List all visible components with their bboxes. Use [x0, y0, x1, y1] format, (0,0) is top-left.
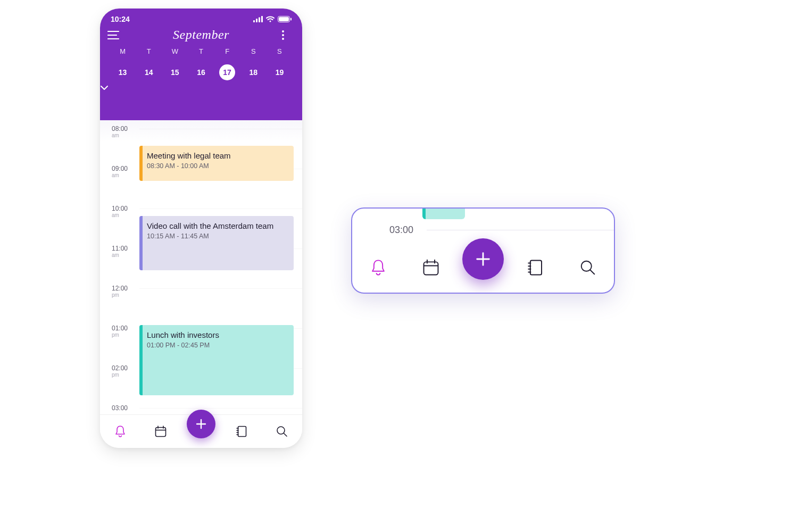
svg-point-38 [581, 261, 592, 271]
svg-rect-1 [256, 19, 257, 22]
cellular-icon [253, 16, 263, 22]
day-cell[interactable]: 13 [110, 64, 136, 81]
svg-rect-20 [238, 427, 246, 437]
detail-time-label: 03:00 [389, 225, 413, 236]
detail-tab-notes[interactable] [527, 259, 544, 277]
status-bar: 10:24 [100, 9, 302, 26]
wifi-icon [266, 16, 275, 22]
day-cell-today[interactable]: 17 [219, 64, 235, 80]
event-color-stripe [139, 216, 143, 270]
event-color-stripe [139, 146, 143, 181]
detail-event-fragment [422, 209, 465, 219]
phone-frame: 10:24 September [100, 9, 302, 448]
event-time: 01:00 PM - 02:45 PM [147, 342, 286, 349]
add-event-button[interactable] [187, 410, 215, 438]
hour-line [139, 408, 302, 409]
svg-point-11 [282, 30, 284, 32]
detail-tab-notifications[interactable] [370, 259, 386, 277]
weekday-cell: T [188, 47, 214, 55]
day-cell[interactable]: 19 [267, 64, 293, 81]
weekday-cell: T [136, 47, 162, 55]
hour-line [139, 129, 302, 129]
svg-rect-0 [253, 20, 255, 22]
event-title: Video call with the Amsterdam team [147, 221, 286, 230]
tab-calendar[interactable] [154, 425, 167, 438]
event-title: Lunch with investors [147, 330, 286, 339]
hour-line [139, 209, 302, 209]
time-slot-label: 09:00am [112, 165, 128, 178]
menu-icon[interactable] [107, 30, 120, 40]
agenda-timeline[interactable]: 08:00am09:00am10:00am11:00am12:00pm01:00… [100, 120, 302, 433]
status-icons [253, 16, 292, 22]
day-cell[interactable]: 14 [136, 64, 162, 81]
status-time: 10:24 [111, 15, 130, 23]
calendar-event[interactable]: Video call with the Amsterdam team10:15 … [139, 216, 294, 270]
weekday-cell: F [214, 47, 240, 55]
svg-point-4 [270, 21, 271, 22]
detail-tab-search[interactable] [580, 260, 596, 276]
expand-week-button[interactable] [100, 85, 302, 90]
calendar-event[interactable]: Lunch with investors01:00 PM - 02:45 PM [139, 325, 294, 395]
calendar-event[interactable]: Meeting with legal team08:30 AM - 10:00 … [139, 146, 294, 181]
time-slot-label: 10:00am [112, 205, 128, 218]
time-slot-label: 01:00pm [112, 325, 128, 338]
battery-icon [278, 16, 292, 22]
tab-bar [100, 414, 302, 448]
svg-rect-27 [423, 262, 438, 275]
svg-line-26 [284, 434, 287, 437]
tab-search[interactable] [276, 426, 288, 437]
weekday-cell: S [240, 47, 267, 55]
time-slot-label: 02:00pm [112, 365, 128, 378]
weekday-cell: M [110, 47, 136, 55]
time-slot-label: 08:00am [112, 126, 128, 138]
tab-notifications[interactable] [114, 425, 126, 438]
day-cell[interactable]: 18 [240, 64, 267, 81]
tab-notes[interactable] [236, 425, 247, 438]
hour-line [139, 288, 302, 289]
svg-point-13 [282, 38, 284, 40]
event-time: 08:30 AM - 10:00 AM [147, 162, 286, 170]
weekday-cell: W [162, 47, 188, 55]
svg-rect-14 [156, 428, 166, 437]
svg-rect-33 [530, 261, 542, 275]
time-slot-label: 11:00am [112, 245, 128, 258]
month-title: September [173, 28, 229, 42]
weekday-row: MTWTFSS [100, 47, 302, 55]
day-cell[interactable]: 17 [214, 64, 240, 81]
calendar-header: 10:24 September [100, 9, 302, 120]
event-title: Meeting with legal team [147, 151, 286, 160]
event-color-stripe [139, 325, 143, 395]
day-cell[interactable]: 16 [188, 64, 214, 81]
event-time: 10:15 AM - 11:45 AM [147, 232, 286, 240]
weekday-cell: S [267, 47, 293, 55]
day-cell[interactable]: 15 [162, 64, 188, 81]
svg-point-12 [282, 34, 284, 36]
svg-rect-2 [259, 18, 260, 23]
day-row[interactable]: 13141516171819 [100, 64, 302, 81]
more-icon[interactable] [282, 30, 295, 40]
svg-rect-7 [290, 18, 292, 21]
time-slot-label: 12:00pm [112, 285, 128, 298]
detail-add-event-button[interactable] [462, 238, 504, 280]
time-slot-label: 03:00 [112, 405, 128, 412]
svg-line-39 [591, 270, 595, 274]
svg-point-25 [277, 427, 285, 434]
svg-rect-6 [279, 17, 289, 21]
tab-bar-detail: 03:00 [351, 207, 615, 294]
detail-tab-calendar[interactable] [422, 259, 440, 277]
svg-rect-3 [261, 16, 263, 22]
detail-hour-line [427, 230, 614, 230]
